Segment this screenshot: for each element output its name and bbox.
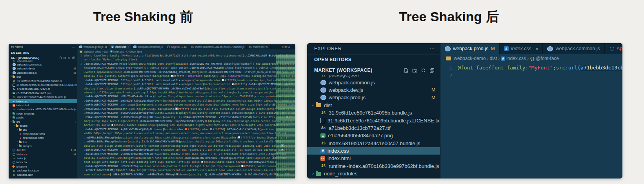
open-editors-section[interactable]: OPEN EDITORS	[307, 54, 440, 65]
file-row[interactable]: ›node_modules	[9, 111, 77, 115]
new-file-icon[interactable]	[59, 56, 62, 59]
workspace-section[interactable]: KET (WORKSPACE)	[9, 55, 77, 60]
refresh-icon[interactable]	[421, 68, 426, 73]
breadcrumb-item[interactable]: @font-face	[536, 56, 559, 61]
file-row[interactable]: ›images	[9, 144, 77, 148]
breadcrumb-item[interactable]: index.css	[113, 50, 124, 53]
tab-label: App.tsx	[171, 46, 180, 48]
file-row[interactable]: JS31.9c6fd1ee59c761c4095b.bundle.js	[9, 79, 77, 83]
open-editors-section[interactable]: EN EDITORS	[9, 50, 77, 55]
refresh-icon[interactable]	[68, 56, 71, 59]
file-row[interactable]: 31.9c6fd1ee59c761c4095b.bundle.js.LICENS…	[307, 117, 440, 124]
new-folder-icon[interactable]	[64, 56, 66, 59]
code-token: font-family	[491, 65, 525, 71]
workspace-section[interactable]: MARKET (WORKSPACE)	[307, 65, 440, 75]
file-name: dist	[324, 102, 332, 108]
file-row[interactable]: JS31.9c6fd1ee59c761c4095b.bundle.js	[307, 109, 440, 117]
code-line: .duR4suQBCTMZTrMCK0RW .ant-input{backgro…	[77, 103, 275, 107]
explorer-sidebar: EXPLORER ⋯ OPEN EDITORS MARKET (WORKSPAC…	[307, 43, 440, 179]
file-row[interactable]: {}package.json	[9, 173, 77, 177]
js-icon: JS	[320, 141, 326, 146]
editor-area[interactable]: webpack.prod.jsM#index.css×webpack.commo…	[440, 43, 622, 179]
file-row[interactable]: $test.module.scss	[9, 136, 77, 140]
close-icon[interactable]: ×	[127, 46, 129, 48]
file-row[interactable]: ›assets	[9, 124, 77, 128]
breadcrumb[interactable]: webpack-demo›dist›#index.css›{}@font-fac…	[77, 49, 295, 53]
file-row[interactable]: App.tsx1, M	[9, 148, 77, 152]
file-row[interactable]: ›dist	[9, 75, 77, 79]
file-row[interactable]: JSindex.js	[9, 156, 77, 160]
file-row[interactable]: {}package.json	[307, 75, 440, 78]
file-row[interactable]: Aaa71bebb3dc13cb772a27.ttf	[307, 124, 440, 132]
file-name: index.6819b0a12a44c1e00c07.bundle.js	[17, 96, 66, 98]
file-row[interactable]: Hello.tsxM	[9, 152, 77, 156]
open-editors-label: EN EDITORS	[11, 51, 29, 54]
file-row[interactable]: ›src•	[9, 120, 77, 124]
tab-App[interactable]: App	[605, 43, 622, 54]
tab-index.6f87f2[interactable]: JSindex.6f87f2	[247, 44, 270, 49]
file-row[interactable]: ▲e1c256490b5fd84eda27.png	[307, 132, 440, 139]
file-row[interactable]: ›public	[9, 115, 77, 119]
code-editor[interactable]: 1@font-face{font-family:"MyFont";src:url…	[77, 53, 295, 179]
new-file-icon[interactable]	[404, 68, 409, 73]
file-row[interactable]: <>index.html	[9, 103, 77, 107]
file-row[interactable]: ›font	[9, 140, 77, 144]
file-row[interactable]: webpack.prod.jsM	[9, 71, 77, 75]
breadcrumb-item[interactable]: @font-face	[129, 50, 142, 53]
file-row[interactable]: Aaa71bebb3dc13cb772a27.ttf	[9, 87, 77, 91]
editor-action-icons[interactable]: ↻ ⇄ ⊞ ⋯	[280, 44, 295, 49]
more-actions-icon[interactable]: ⋯	[429, 46, 435, 51]
collapse-all-icon[interactable]	[72, 56, 75, 59]
editor-area[interactable]: webpack.prod.jsM#index.css×webpack.commo…	[77, 44, 295, 179]
file-row[interactable]: webpack.dev.jsM	[307, 86, 440, 94]
breadcrumb-item[interactable]: webpack-demo	[454, 56, 486, 61]
tab-webpack.common.js[interactable]: webpack.common.js	[543, 43, 604, 54]
file-row[interactable]: JSruntime~index.a870c16b330e997b62bf.bun…	[307, 162, 440, 170]
file-row[interactable]: ›css	[9, 128, 77, 132]
file-row[interactable]: webpack.prod.jsM	[307, 94, 440, 101]
file-name: assets	[20, 124, 27, 127]
css-icon: #	[110, 50, 113, 53]
react-icon	[13, 161, 15, 164]
file-row[interactable]: ›dist	[307, 102, 440, 109]
js-icon: JS	[13, 157, 16, 160]
new-folder-icon[interactable]	[412, 68, 417, 73]
file-row[interactable]: webpack.common.js	[307, 78, 440, 86]
close-icon[interactable]: ×	[535, 46, 538, 52]
file-row[interactable]: JSindex.6819b0a12a44c1e00c07.bundle.js	[307, 140, 440, 147]
breadcrumb-item[interactable]: dist	[489, 56, 497, 61]
minimap[interactable]	[276, 54, 295, 179]
more-actions-icon[interactable]: ⋯	[72, 46, 75, 49]
file-row[interactable]: $style.module.scss	[9, 132, 77, 136]
tab-App.tsx[interactable]: App.tsx1, M	[165, 44, 189, 49]
file-row[interactable]: ▲e1c256490b5fd84eda27.png	[9, 91, 77, 95]
file-name: App.tsx	[16, 149, 25, 151]
breadcrumb[interactable]: webpack-demo›dist›#index.css›{}@font-fac…	[440, 54, 622, 63]
breadcrumb-item[interactable]: index.css	[506, 56, 526, 61]
file-row[interactable]: JSindex.6819b0a12a44c1e00c07.bundle.js	[9, 95, 77, 99]
tab-index.css[interactable]: #index.css×	[500, 43, 543, 54]
tab-webpack.common.js[interactable]: webpack.common.js	[131, 44, 165, 49]
breadcrumb-item[interactable]: dist	[104, 50, 107, 53]
file-row[interactable]: ›node_modules	[307, 170, 440, 177]
tab-webpack.prod.js[interactable]: webpack.prod.jsM	[440, 43, 500, 54]
folder-icon	[446, 56, 451, 60]
file-row[interactable]: 31.9c6fd1ee59c761c4095b.bundle.js.LICENS…	[9, 83, 77, 87]
file-row[interactable]: JSruntime~index.a870c16b330e997b62bf.bun…	[9, 107, 77, 111]
file-row[interactable]: webpack.common.js	[9, 62, 77, 66]
file-row[interactable]: #index.css	[9, 99, 77, 103]
file-row[interactable]: #index.css	[307, 147, 440, 155]
file-row[interactable]: {}package-lock.json	[9, 169, 77, 173]
tab-webpack.prod.js[interactable]: webpack.prod.jsM	[77, 44, 109, 49]
file-row[interactable]: <>index.html	[307, 155, 440, 162]
file-row[interactable]: .gitignore	[9, 164, 77, 168]
tab-index.css[interactable]: #index.css×	[109, 44, 131, 49]
code-editor[interactable]: 1@font-face{font-family:"MyFont";src:url…	[440, 63, 622, 179]
breadcrumb-item[interactable]: webpack-demo	[84, 50, 101, 53]
collapse-all-icon[interactable]	[429, 68, 435, 73]
breadcrumb-separator: ›	[102, 50, 103, 53]
tab-index.6819b0a12a44c1e00c07.bundle.js[interactable]: JSindex.6819b0a12a44c1e00c07.bundle.js	[189, 44, 247, 49]
file-row[interactable]: index.tsx	[9, 160, 77, 164]
file-row[interactable]: webpack.dev.jsM	[9, 67, 77, 71]
file-row[interactable]: {}package.json	[9, 60, 77, 62]
